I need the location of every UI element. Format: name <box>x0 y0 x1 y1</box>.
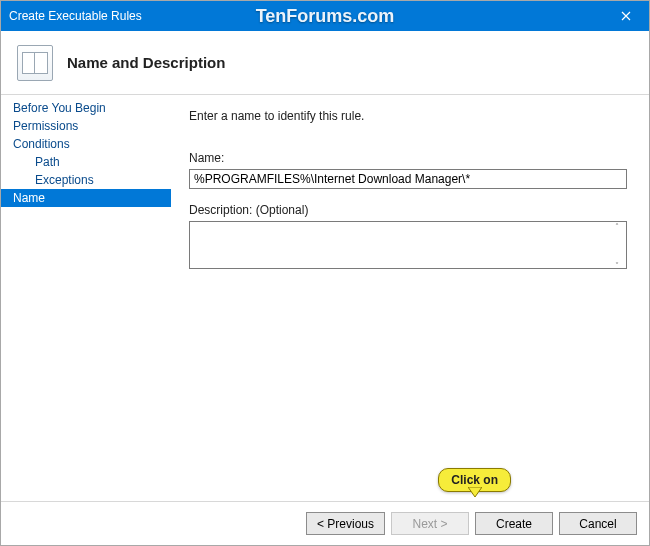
wizard-body: Before You Begin Permissions Conditions … <box>1 95 649 501</box>
previous-button[interactable]: < Previous <box>306 512 385 535</box>
titlebar: Create Executable Rules TenForums.com <box>1 1 649 31</box>
name-label: Name: <box>189 151 627 165</box>
annotation-callout: Click on <box>438 468 511 492</box>
step-conditions[interactable]: Conditions <box>1 135 171 153</box>
wizard-footer: Click on < Previous Next > Create Cancel <box>1 501 649 545</box>
wizard-window: Create Executable Rules TenForums.com Na… <box>0 0 650 546</box>
step-name[interactable]: Name <box>1 189 171 207</box>
cancel-button[interactable]: Cancel <box>559 512 637 535</box>
step-permissions[interactable]: Permissions <box>1 117 171 135</box>
wizard-header: Name and Description <box>1 31 649 95</box>
window-title: Create Executable Rules <box>1 9 142 23</box>
step-exceptions[interactable]: Exceptions <box>1 171 171 189</box>
wizard-steps: Before You Begin Permissions Conditions … <box>1 95 171 501</box>
step-path[interactable]: Path <box>1 153 171 171</box>
step-before-you-begin[interactable]: Before You Begin <box>1 99 171 117</box>
create-button[interactable]: Create <box>475 512 553 535</box>
name-input[interactable] <box>189 169 627 189</box>
close-icon[interactable] <box>603 1 649 31</box>
page-title: Name and Description <box>67 54 225 71</box>
main-panel: Enter a name to identify this rule. Name… <box>171 95 649 501</box>
watermark: TenForums.com <box>256 6 395 27</box>
next-button: Next > <box>391 512 469 535</box>
svg-marker-0 <box>468 487 482 497</box>
instruction-text: Enter a name to identify this rule. <box>189 109 627 123</box>
description-input[interactable] <box>189 221 627 269</box>
page-icon <box>17 45 53 81</box>
description-label: Description: (Optional) <box>189 203 627 217</box>
